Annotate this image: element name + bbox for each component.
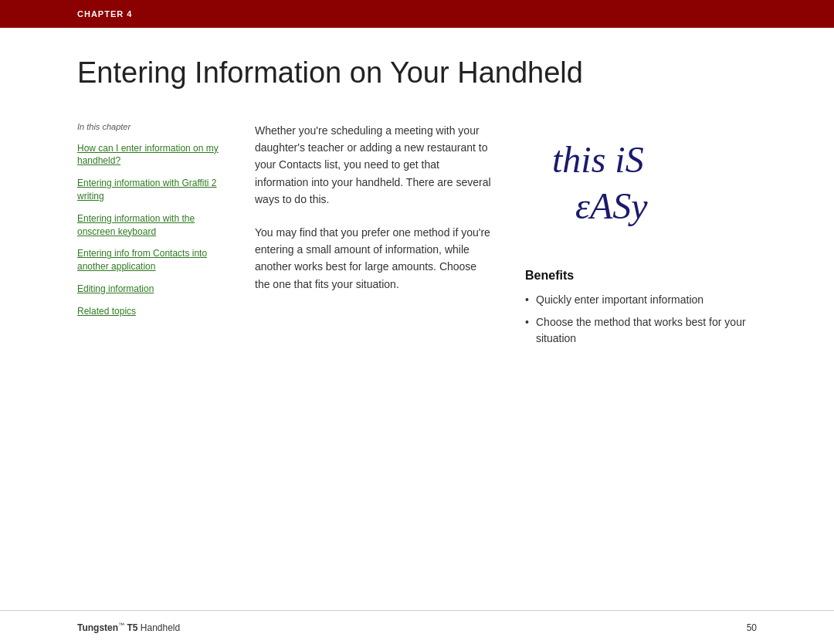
right-column: this iS εASy Benefits Quickly enter impo… <box>517 122 757 353</box>
footer-page-number: 50 <box>747 622 757 633</box>
toc-link-how-can[interactable]: How can I enter information on my handhe… <box>77 142 232 168</box>
left-column-toc: In this chapter How can I enter informat… <box>77 122 232 353</box>
chapter-label: CHAPTER 4 <box>77 9 132 19</box>
benefits-item-1: Quickly enter important information <box>525 292 757 308</box>
benefits-item-2: Choose the method that works best for yo… <box>525 314 757 347</box>
footer-brand: Tungsten™ T5 Handheld <box>77 622 180 633</box>
in-this-chapter-label: In this chapter <box>77 122 232 131</box>
svg-text:εASy: εASy <box>575 185 648 226</box>
main-content: Entering Information on Your Handheld In… <box>0 56 834 353</box>
svg-text:this iS: this iS <box>552 139 644 180</box>
toc-link-graffiti[interactable]: Entering information with Graffiti 2 wri… <box>77 177 232 203</box>
handwriting-svg: this iS εASy <box>537 122 737 246</box>
three-column-layout: In this chapter How can I enter informat… <box>77 122 757 353</box>
footer-brand-bold: Tungsten <box>77 622 118 633</box>
footer-model: T5 <box>127 622 137 633</box>
middle-column-body: Whether you're scheduling a meeting with… <box>255 122 494 353</box>
toc-link-editing[interactable]: Editing information <box>77 283 232 296</box>
handwriting-graphic: this iS εASy <box>537 122 737 246</box>
benefits-list: Quickly enter important information Choo… <box>525 292 757 347</box>
body-paragraph-2: You may find that you prefer one method … <box>255 224 494 293</box>
body-paragraph-1: Whether you're scheduling a meeting with… <box>255 122 494 208</box>
benefits-title: Benefits <box>525 269 757 283</box>
benefits-section: Benefits Quickly enter important informa… <box>517 269 757 353</box>
chapter-bar: CHAPTER 4 <box>0 0 834 28</box>
footer: Tungsten™ T5 Handheld 50 <box>0 610 834 644</box>
toc-link-related[interactable]: Related topics <box>77 305 232 318</box>
toc-link-keyboard[interactable]: Entering information with the onscreen k… <box>77 212 232 239</box>
chapter-title: Entering Information on Your Handheld <box>77 56 757 91</box>
toc-link-contacts[interactable]: Entering info from Contacts into another… <box>77 247 232 273</box>
